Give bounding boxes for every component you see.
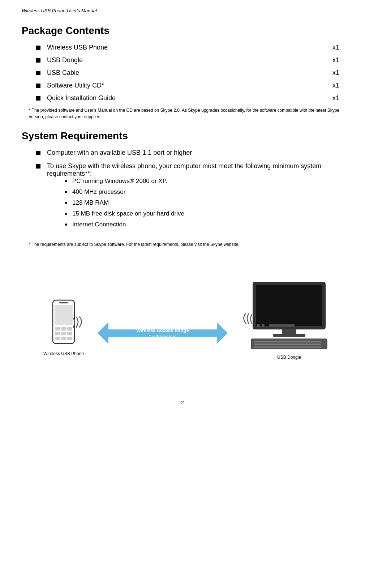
list-item: USB Dongle x1 xyxy=(36,56,343,64)
item-qty: x1 xyxy=(332,44,343,51)
bullet-dot-icon xyxy=(65,223,67,226)
svg-rect-9 xyxy=(55,337,60,340)
list-item: 400 MHz processor xyxy=(65,188,184,196)
svg-point-19 xyxy=(257,324,260,327)
svg-point-20 xyxy=(262,324,265,327)
bullet-icon xyxy=(36,151,40,155)
bullet-dot-icon xyxy=(65,180,67,182)
package-contents-section: Package Contents Wireless USB Phone x1 U… xyxy=(22,25,343,120)
package-contents-title: Package Contents xyxy=(22,25,343,37)
system-footnote: * The requirements are subject to Skype … xyxy=(29,241,343,248)
svg-text:Wireless Access Range: Wireless Access Range xyxy=(136,328,189,333)
svg-rect-21 xyxy=(269,324,295,327)
page: Wireless USB Phone User's Manual Package… xyxy=(0,0,365,588)
svg-marker-12 xyxy=(98,322,228,344)
bullet-icon xyxy=(36,164,40,169)
item-name: USB Cable xyxy=(47,69,311,77)
list-item: To use Skype with the wireless phone, yo… xyxy=(36,162,343,235)
item-qty: x1 xyxy=(332,82,343,89)
list-item: USB Cable x1 xyxy=(36,69,343,77)
bullet-dot-icon xyxy=(65,191,67,193)
list-item: Wireless USB Phone x1 xyxy=(36,44,343,51)
item-name: USB Dongle xyxy=(47,56,311,64)
svg-rect-18 xyxy=(273,334,305,337)
phone-diagram: Wireless USB Phone xyxy=(43,298,84,356)
item-qty: x1 xyxy=(332,69,343,77)
svg-text:15-30 meters: 15-30 meters xyxy=(149,334,177,339)
svg-rect-16 xyxy=(256,285,322,326)
sub-item-text: 15 MB free disk space on your hard drive xyxy=(72,210,184,217)
bullet-dot-icon xyxy=(65,202,67,204)
wireless-arrow: Wireless Access Range 15-30 meters xyxy=(98,319,228,349)
bullet-icon xyxy=(36,84,40,88)
sub-item-text: 128 MB RAM xyxy=(72,199,109,206)
list-item: Computer with an available USB 1.1 port … xyxy=(36,149,343,157)
dongle-label: USB Dongle xyxy=(277,355,301,360)
svg-rect-2 xyxy=(59,302,68,303)
svg-rect-24 xyxy=(254,344,321,345)
diagram-section: Wireless USB Phone Wireless Access Range… xyxy=(22,262,343,378)
list-item: 15 MB free disk space on your hard drive xyxy=(65,210,184,217)
bullet-icon xyxy=(36,71,40,75)
package-footnote: * The provided software and User's Manua… xyxy=(29,107,343,120)
svg-rect-25 xyxy=(254,346,321,348)
phone-waves-icon xyxy=(70,316,85,338)
page-number: 2 xyxy=(22,400,343,413)
list-item: Quick Installation Guide x1 xyxy=(36,94,343,102)
system-requirements-section: System Requirements Computer with an ava… xyxy=(22,130,343,248)
system-requirements-title: System Requirements xyxy=(22,130,343,142)
main-row: Computer with an available USB 1.1 port … xyxy=(36,149,192,157)
computer-icon xyxy=(249,280,329,353)
svg-rect-7 xyxy=(61,332,66,335)
bullet-icon xyxy=(36,46,40,50)
svg-rect-4 xyxy=(61,327,66,331)
svg-rect-3 xyxy=(55,327,60,331)
svg-rect-23 xyxy=(254,341,321,342)
phone-label: Wireless USB Phone xyxy=(43,351,84,356)
list-item: 128 MB RAM xyxy=(65,199,184,206)
system-items-list: Computer with an available USB 1.1 port … xyxy=(36,149,343,235)
manual-title: Wireless USB Phone User's Manual xyxy=(22,8,97,13)
item-qty: x1 xyxy=(332,94,343,102)
item-text: Computer with an available USB 1.1 port … xyxy=(47,149,192,157)
package-items-list: Wireless USB Phone x1 USB Dongle x1 USB … xyxy=(36,44,343,102)
list-item: Software Utility CD* x1 xyxy=(36,82,343,89)
list-item: PC running Windows® 2000 or XP. xyxy=(65,178,184,185)
item-qty: x1 xyxy=(332,56,343,64)
svg-rect-10 xyxy=(61,337,66,340)
page-header: Wireless USB Phone User's Manual xyxy=(22,7,343,16)
sub-list: PC running Windows® 2000 or XP.400 MHz p… xyxy=(65,178,184,232)
sub-item-text: 400 MHz processor xyxy=(72,188,125,196)
computer-diagram: USB Dongle xyxy=(249,280,329,360)
bullet-icon xyxy=(36,58,40,63)
item-text: To use Skype with the wireless phone, yo… xyxy=(47,162,343,178)
item-name: Quick Installation Guide xyxy=(47,94,311,102)
list-item: Internet Connection xyxy=(65,221,184,228)
main-row: To use Skype with the wireless phone, yo… xyxy=(36,162,343,178)
sub-item-text: Internet Connection xyxy=(72,221,126,228)
sub-item-text: PC running Windows® 2000 or XP. xyxy=(72,178,168,185)
bullet-dot-icon xyxy=(65,213,67,215)
svg-rect-6 xyxy=(55,332,60,335)
svg-rect-1 xyxy=(55,305,73,325)
svg-rect-17 xyxy=(282,329,296,335)
bullet-icon xyxy=(36,96,40,101)
item-name: Software Utility CD* xyxy=(47,82,311,89)
item-name: Wireless USB Phone xyxy=(47,44,311,51)
wireless-arrow-icon: Wireless Access Range 15-30 meters xyxy=(98,319,228,348)
